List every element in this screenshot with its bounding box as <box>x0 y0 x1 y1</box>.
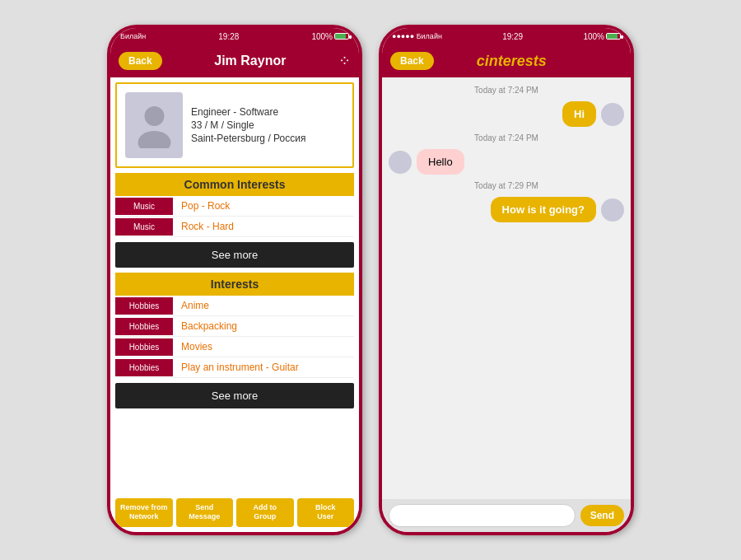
interest-value-3: Movies <box>173 337 221 357</box>
chat-text-1: Hi <box>574 108 585 120</box>
common-value-2: Rock - Hard <box>173 217 242 236</box>
interest-row-2: Hobbies Backpacking <box>115 316 354 337</box>
profile-section: Engineer - Software 33 / M / Single Sain… <box>115 82 354 168</box>
chat-timestamp-2: Today at 7:24 PM <box>389 133 624 142</box>
chat-input-area: Send <box>382 499 631 532</box>
remove-from-network-button[interactable]: Remove fromNetwork <box>115 498 173 527</box>
block-user-button[interactable]: BlockUser <box>297 498 355 527</box>
chat-avatar-left-2 <box>389 151 412 174</box>
interest-category-2: Hobbies <box>115 318 173 335</box>
profile-job: Engineer - Software <box>191 106 305 118</box>
time-1: 19:28 <box>218 32 239 41</box>
phone-chat: ●●●●● Билайн 19:29 100% Back cinterests … <box>379 25 634 535</box>
common-interest-row-2: Music Rock - Hard <box>115 217 354 237</box>
status-bar-1: Билайн 19:28 100% <box>110 28 359 44</box>
phone-profile: Билайн 19:28 100% Back Jim Raynor ⁘ Engi… <box>107 25 362 535</box>
phone-content-1: Engineer - Software 33 / M / Single Sain… <box>110 77 359 493</box>
back-button-2[interactable]: Back <box>390 52 434 70</box>
common-value-1: Pop - Rock <box>173 196 238 216</box>
profile-location: Saint-Petersburg / Россия <box>191 133 305 144</box>
chat-timestamp-3: Today at 7:29 PM <box>389 181 624 190</box>
chat-message-1: Hi <box>389 101 624 127</box>
chat-nav-bar: Back cinterests <box>382 44 631 77</box>
battery-1: 100% <box>311 32 349 41</box>
see-more-button-1[interactable]: See more <box>115 242 354 268</box>
time-2: 19:29 <box>502 32 523 41</box>
interest-value-4: Play an instrument - Guitar <box>173 357 307 377</box>
send-button[interactable]: Send <box>580 505 624 526</box>
chat-message-3: How is it going? <box>389 197 624 222</box>
battery-text-2: 100% <box>583 32 604 41</box>
chat-avatar-right-3 <box>601 198 624 222</box>
interest-category-1: Hobbies <box>115 297 173 315</box>
interests-header: Interests <box>115 273 354 296</box>
see-more-button-2[interactable]: See more <box>115 383 354 408</box>
profile-age-gender: 33 / M / Single <box>191 119 305 131</box>
common-category-1: Music <box>115 198 173 215</box>
common-interests-header: Common Interests <box>115 173 354 196</box>
action-buttons: Remove fromNetwork SendMessage Add toGro… <box>110 493 359 532</box>
status-bar-2: ●●●●● Билайн 19:29 100% <box>382 28 631 44</box>
chat-bubble-right-1: Hi <box>562 101 596 127</box>
chat-bubble-right-3: How is it going? <box>491 197 596 222</box>
interest-value-1: Anime <box>173 296 217 315</box>
chat-avatar-right-1 <box>601 103 624 126</box>
profile-info: Engineer - Software 33 / M / Single Sain… <box>191 92 305 158</box>
avatar <box>125 92 183 158</box>
interest-category-3: Hobbies <box>115 338 173 356</box>
interest-value-2: Backpacking <box>173 316 245 336</box>
battery-text-1: 100% <box>311 32 333 41</box>
nav-title-1: Jim Raynor <box>214 54 286 68</box>
interest-row-3: Hobbies Movies <box>115 337 354 357</box>
chat-content: Today at 7:24 PM Hi Today at 7:24 PM Hel… <box>382 77 631 499</box>
menu-icon-1[interactable]: ⁘ <box>338 52 351 70</box>
interest-row-1: Hobbies Anime <box>115 296 354 316</box>
carrier-1: Билайн <box>120 32 146 40</box>
chat-timestamp-1: Today at 7:24 PM <box>389 86 624 95</box>
send-message-button[interactable]: SendMessage <box>176 498 234 527</box>
svg-point-0 <box>144 106 164 126</box>
chat-input[interactable] <box>389 504 576 527</box>
chat-logo: cinterests <box>442 53 581 70</box>
battery-2: 100% <box>583 32 621 41</box>
interest-row-4: Hobbies Play an instrument - Guitar <box>115 357 354 378</box>
chat-message-2: Hello <box>389 149 624 175</box>
logo-interests: interests <box>485 53 547 69</box>
carrier-2: ●●●●● Билайн <box>392 32 442 40</box>
chat-text-3: How is it going? <box>502 203 585 216</box>
interest-category-4: Hobbies <box>115 359 173 376</box>
logo-c: c <box>477 53 485 69</box>
chat-bubble-left-2: Hello <box>417 149 464 175</box>
common-interest-row-1: Music Pop - Rock <box>115 196 354 217</box>
chat-text-2: Hello <box>428 156 453 168</box>
common-category-2: Music <box>115 218 173 236</box>
nav-bar-1: Back Jim Raynor ⁘ <box>110 44 359 77</box>
svg-point-1 <box>137 131 170 148</box>
add-to-group-button[interactable]: Add toGroup <box>236 498 294 527</box>
back-button-1[interactable]: Back <box>119 52 162 70</box>
